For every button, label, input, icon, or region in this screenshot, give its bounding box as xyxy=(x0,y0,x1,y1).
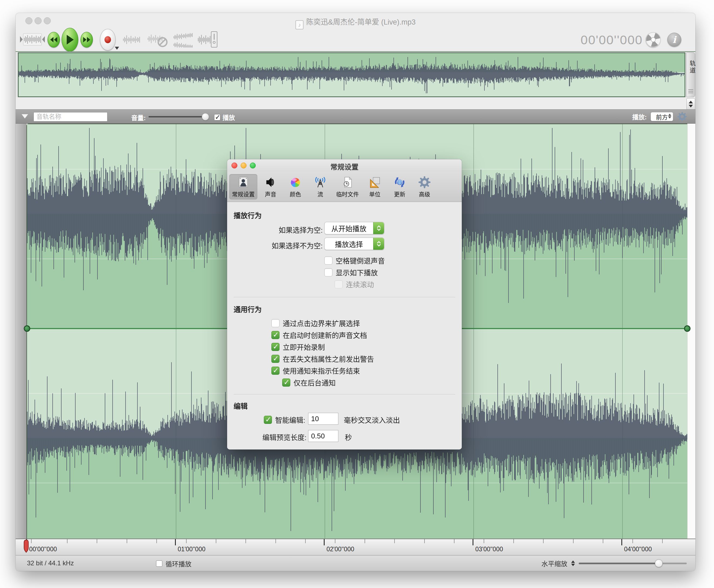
time-label: 04'00''000 xyxy=(624,546,652,553)
tab-colors[interactable]: 颜色 xyxy=(284,174,307,200)
empty-selection-dropdown[interactable]: 从开始播放 xyxy=(324,222,384,234)
checkbox-warn-before-losing-properties[interactable]: ✓ 在丢失文档属性之前发出警告 xyxy=(271,354,374,364)
units-icon xyxy=(368,176,381,189)
track-disclosure-triangle[interactable] xyxy=(22,114,28,119)
label-nonempty-selection: 如果选择不为空: xyxy=(234,240,323,250)
selection-waveform-icon xyxy=(19,31,45,48)
tab-sound[interactable]: 声音 xyxy=(259,174,282,200)
copy-selection-button[interactable] xyxy=(122,33,141,47)
separator xyxy=(234,297,455,297)
minor-ticks xyxy=(26,539,687,543)
waveform-split-icon xyxy=(173,32,194,47)
stream-icon xyxy=(314,176,327,189)
play-checkbox[interactable]: ✓ xyxy=(214,114,220,120)
waveform-tool-icon xyxy=(122,33,141,47)
section-heading-general: 通用行为 xyxy=(234,304,262,314)
nonempty-selection-dropdown[interactable]: 播放选择 xyxy=(324,237,384,250)
track-order-stepper[interactable] xyxy=(687,98,695,110)
track-tab-grip[interactable] xyxy=(688,89,693,93)
dropdown-stepper-icon xyxy=(373,222,384,234)
overview-canvas[interactable] xyxy=(19,53,685,97)
tab-advanced[interactable]: 高级 xyxy=(413,174,436,200)
split-selection-button[interactable] xyxy=(173,32,194,47)
checkbox-new-doc-on-launch[interactable]: ✓ 在启动时创建新的声音文档 xyxy=(271,330,367,340)
mute-selection-button[interactable] xyxy=(147,32,168,47)
playback-label: 播放: xyxy=(632,112,647,121)
play-button[interactable] xyxy=(62,28,78,51)
window-title-wrap: ♪陈奕迅&周杰伦-简单爱 (Live).mp3 xyxy=(16,16,695,29)
volume-slider[interactable] xyxy=(149,116,207,118)
envelope-handle-left[interactable] xyxy=(24,325,30,332)
preview-suffix: 秒 xyxy=(345,432,352,442)
checkbox-smart-edit[interactable]: ✓ 智能编辑: xyxy=(264,415,305,425)
general-settings-icon xyxy=(237,176,250,189)
loop-label: 循环播放 xyxy=(166,559,191,568)
time-label: 03'00''000 xyxy=(475,546,503,553)
preferences-dialog: 常规设置 常规设置 声音 xyxy=(227,159,462,449)
dialog-title: 常规设置 xyxy=(227,162,462,171)
select-all-button[interactable] xyxy=(19,31,45,48)
label-edit-preview-length: 编辑预览长度: xyxy=(217,432,307,442)
preview-length-input[interactable] xyxy=(308,430,338,442)
desktop: ♪陈奕迅&周杰伦-简单爱 (Live).mp3 xyxy=(0,0,714,588)
checkbox-space-rewind[interactable]: ✓ 空格键倒退声音 xyxy=(324,255,385,266)
tab-units[interactable]: 单位 xyxy=(363,174,386,200)
crossfade-ms-input[interactable] xyxy=(308,413,338,425)
loop-checkbox[interactable]: ✓ xyxy=(156,561,162,567)
play-icon xyxy=(66,35,74,45)
stepper-down-icon[interactable] xyxy=(689,105,693,107)
dialog-titlebar: 常规设置 xyxy=(227,159,462,172)
rewind-button[interactable] xyxy=(47,32,60,47)
record-options-arrow[interactable] xyxy=(115,47,119,50)
stepper-up-icon[interactable] xyxy=(689,101,693,103)
track-header: 音量: ✓ 播放 播放: 前方 xyxy=(16,109,695,124)
volume-knob[interactable] xyxy=(202,113,209,120)
forward-button[interactable] xyxy=(81,32,93,47)
waveform-mute-icon xyxy=(147,32,168,47)
tab-general-settings[interactable]: 常规设置 xyxy=(229,174,257,200)
zoom-slider[interactable] xyxy=(579,563,687,564)
zoom-stepper[interactable] xyxy=(571,561,575,566)
tab-stream[interactable]: 流 xyxy=(309,174,332,200)
play-label: 播放 xyxy=(223,112,235,122)
checkbox-extend-selection[interactable]: ✓ 通过点击边界来扩展选择 xyxy=(271,318,360,328)
window-title: 陈奕迅&周杰伦-简单爱 (Live).mp3 xyxy=(306,18,416,26)
track-tab[interactable]: 轨道 xyxy=(687,52,695,97)
rewind-icon xyxy=(50,37,58,42)
checkbox-show-playback[interactable]: ✓ 显示如下播放 xyxy=(324,267,378,277)
major-tick xyxy=(175,539,176,545)
checkbox-start-recording-immediately[interactable]: ✓ 立即开始录制 xyxy=(271,342,325,352)
dropdown-chevrons-icon xyxy=(668,114,671,119)
time-label: 01'00''000 xyxy=(178,546,206,553)
record-dot-icon xyxy=(105,36,111,43)
checkbox-notify-background-only[interactable]: ✓ 仅在后台通知 xyxy=(282,377,336,387)
track-name-input[interactable] xyxy=(34,112,107,122)
playback-direction-dropdown[interactable]: 前方 xyxy=(651,112,673,121)
audio-format-text: 32 bit / 44.1 kHz xyxy=(27,560,74,567)
track-tab-label: 轨道 xyxy=(688,60,696,74)
track-settings-gear-icon[interactable] xyxy=(677,111,687,122)
record-button[interactable] xyxy=(100,29,115,50)
info-button[interactable]: i xyxy=(667,33,681,47)
toolbar: 00'00''000 i xyxy=(16,28,695,51)
checkbox-notify-task-end[interactable]: ✓ 使用通知来指示任务结束 xyxy=(271,365,360,376)
tab-temp-files[interactable]: 临时文件 xyxy=(334,174,362,200)
major-tick xyxy=(622,539,622,545)
zoom-slider-knob[interactable] xyxy=(655,560,663,567)
zoom-label: 水平缩放 xyxy=(542,559,567,568)
envelope-handle-right[interactable] xyxy=(684,325,691,332)
join-clip-button[interactable] xyxy=(197,30,219,49)
burn-cd-button[interactable] xyxy=(644,30,663,49)
timeline-ruler[interactable]: 00'00''000 01'00''000 02'00''000 03'00''… xyxy=(16,539,695,555)
tab-updates[interactable]: 更新 xyxy=(388,174,411,200)
crossfade-suffix: 毫秒交叉淡入淡出 xyxy=(344,415,400,425)
colors-icon xyxy=(289,176,302,189)
sound-icon xyxy=(264,176,277,189)
overview-waveform[interactable] xyxy=(18,52,685,97)
dialog-toolbar: 常规设置 声音 xyxy=(227,172,462,202)
playhead-marker[interactable] xyxy=(23,540,29,553)
loop-play-toggle[interactable]: ✓ 循环播放 xyxy=(156,559,191,568)
track-play-toggle[interactable]: ✓ 播放 xyxy=(214,112,235,122)
advanced-gear-icon xyxy=(418,176,431,189)
dropdown-stepper-icon xyxy=(373,238,384,250)
